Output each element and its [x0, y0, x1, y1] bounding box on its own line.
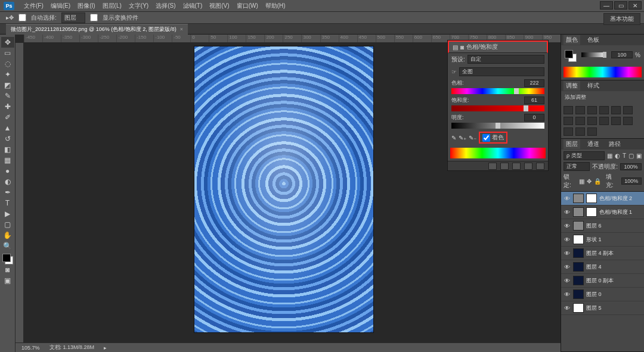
visibility-eye-icon[interactable]: 👁 [564, 209, 571, 216]
menu-view[interactable]: 视图(V) [206, 1, 233, 11]
dodge-tool[interactable]: ◐ [1, 176, 14, 187]
layer-thumb[interactable] [573, 221, 584, 230]
layer-row[interactable]: 👁形状 1 [561, 233, 644, 247]
adjust-threshold-icon[interactable] [564, 127, 573, 136]
eyedropper-minus-icon[interactable]: ✎₋ [469, 135, 476, 141]
layer-thumb[interactable] [573, 276, 584, 285]
visibility-eye-icon[interactable]: 👁 [564, 305, 571, 311]
adjust-tab[interactable]: 调整 [564, 81, 580, 91]
rectangle-tool[interactable]: ▢ [1, 219, 14, 230]
filter-adj-icon[interactable]: ◐ [615, 152, 620, 159]
panel-fg-color[interactable] [565, 50, 573, 58]
layer-thumb[interactable] [573, 194, 584, 203]
blur-tool[interactable]: ● [1, 166, 14, 176]
adjust-posterize-icon[interactable] [623, 117, 633, 125]
adjust-huesat-icon[interactable] [623, 106, 633, 114]
layer-row[interactable]: 👁图层 0 [561, 288, 644, 301]
foreground-color[interactable] [2, 254, 11, 262]
visibility-eye-icon[interactable]: 👁 [564, 250, 571, 257]
move-tool[interactable]: ✥ [1, 37, 14, 48]
pen-tool[interactable]: ✒ [1, 187, 14, 198]
view-previous-icon[interactable] [500, 163, 509, 170]
sat-slider[interactable] [451, 105, 544, 111]
adjust-selcolor-icon[interactable] [587, 127, 597, 136]
layer-row[interactable]: 👁图层 6 [561, 219, 644, 233]
layer-mask-thumb[interactable] [586, 207, 597, 217]
clone-stamp-tool[interactable]: ▲ [1, 123, 14, 133]
eyedropper-plus-icon[interactable]: ✎₊ [459, 135, 466, 141]
layer-row[interactable]: 👁色相/饱和度 2 [561, 192, 644, 205]
brush-tool[interactable]: ✐ [1, 112, 14, 123]
layer-name[interactable]: 图层 0 [586, 291, 602, 298]
visibility-eye-icon[interactable]: 👁 [564, 195, 571, 202]
visibility-eye-icon[interactable]: 👁 [564, 264, 571, 270]
blend-mode-select[interactable]: 正常 [564, 162, 590, 171]
layer-name[interactable]: 图层 0 副本 [586, 277, 614, 285]
layer-name[interactable]: 形状 1 [586, 236, 602, 244]
adjust-brightness-icon[interactable] [564, 106, 573, 114]
layer-thumb[interactable] [573, 289, 584, 299]
delete-adjust-icon[interactable] [536, 163, 544, 170]
clip-to-layer-icon[interactable] [488, 163, 497, 170]
document-tab[interactable]: 微信图片_20221128120502.png @ 106% (色相/饱和度 2… [6, 24, 188, 35]
magic-wand-tool[interactable]: ✦ [1, 69, 14, 80]
minimize-button[interactable]: — [600, 1, 613, 10]
adjust-bw-icon[interactable] [575, 117, 585, 125]
opacity-value[interactable]: 100% [620, 163, 642, 170]
adjust-colorbal-icon[interactable] [564, 117, 573, 125]
lig-value[interactable]: 0 [524, 114, 544, 122]
auto-select-target[interactable]: 图层 [61, 13, 85, 23]
show-transform-checkbox[interactable] [90, 14, 98, 21]
zoom-level[interactable]: 105.7% [21, 345, 40, 351]
eyedropper-add-icon[interactable]: ✎ [451, 135, 456, 141]
hand-tool[interactable]: ✋ [1, 230, 14, 241]
filter-smart-icon[interactable]: ▣ [636, 152, 642, 159]
paths-tab[interactable]: 路径 [606, 139, 623, 149]
adjust-gradientmap-icon[interactable] [575, 127, 585, 136]
menu-file[interactable]: 文件(F) [20, 1, 47, 11]
eraser-tool[interactable]: ◧ [1, 144, 14, 155]
adjust-photofilter-icon[interactable] [587, 117, 597, 125]
layer-thumb[interactable] [573, 303, 584, 313]
layer-thumb[interactable] [573, 235, 584, 244]
preset-select[interactable]: 自定 [467, 55, 544, 64]
doc-close-icon[interactable]: × [180, 26, 183, 32]
visibility-eye-icon[interactable]: 👁 [564, 223, 571, 229]
history-brush-tool[interactable]: ↺ [1, 133, 14, 144]
layer-filter-kind[interactable]: ρ 类型 [564, 151, 605, 160]
adjust-exposure-icon[interactable] [599, 106, 609, 114]
sat-value[interactable]: 61 [524, 96, 544, 104]
targeted-adjust-icon[interactable]: ☞ [451, 68, 457, 75]
layer-name[interactable]: 图层 4 副本 [586, 250, 614, 257]
layer-name[interactable]: 图层 5 [586, 304, 602, 312]
visibility-eye-icon[interactable]: 👁 [564, 291, 571, 298]
swatches-tab[interactable]: 色板 [585, 35, 602, 45]
menu-layer[interactable]: 图层(L) [99, 1, 125, 11]
layer-name[interactable]: 色相/饱和度 1 [599, 208, 632, 216]
auto-select-checkbox[interactable] [18, 14, 26, 21]
visibility-eye-icon[interactable]: 👁 [564, 236, 571, 243]
maximize-button[interactable]: ▭ [614, 1, 627, 10]
layer-name[interactable]: 色相/饱和度 2 [599, 195, 632, 203]
colorize-checkbox[interactable] [482, 134, 490, 142]
menu-filter[interactable]: 滤镜(T) [179, 1, 206, 11]
hue-value[interactable]: 222 [524, 79, 544, 87]
filter-img-icon[interactable]: ▦ [607, 152, 612, 159]
filter-type-icon[interactable]: T [623, 152, 626, 159]
document-artboard[interactable] [194, 46, 373, 332]
styles-tab[interactable]: 样式 [585, 81, 602, 91]
color-swatch[interactable] [2, 254, 13, 264]
quickmask-toggle[interactable]: ◙ [1, 264, 14, 275]
close-button[interactable]: ✕ [628, 1, 642, 10]
gradient-tool[interactable]: ▦ [1, 155, 14, 166]
crop-tool[interactable]: ◩ [1, 80, 14, 91]
hue-slider[interactable] [451, 88, 544, 94]
path-selection-tool[interactable]: ▶ [1, 208, 14, 219]
layer-thumb[interactable] [573, 262, 584, 272]
healing-brush-tool[interactable]: ✚ [1, 101, 14, 112]
eyedropper-tool[interactable]: ✎ [1, 91, 14, 101]
adjust-vibrance-icon[interactable] [611, 106, 621, 114]
lock-all-icon[interactable]: 🔒 [594, 178, 601, 185]
adjust-levels-icon[interactable] [575, 106, 585, 114]
adjust-channelmix-icon[interactable] [599, 117, 609, 125]
